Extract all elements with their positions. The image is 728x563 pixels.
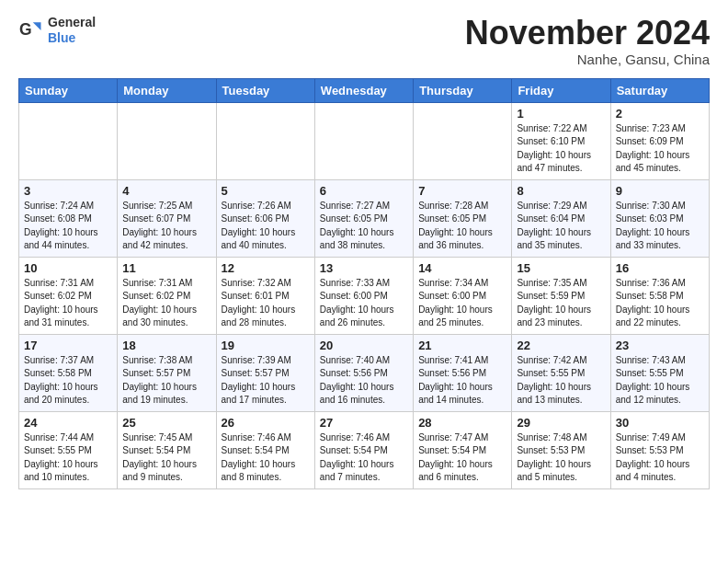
header-row: Sunday Monday Tuesday Wednesday Thursday…	[19, 78, 710, 102]
day-info: Sunrise: 7:33 AM Sunset: 6:00 PM Dayligh…	[320, 277, 408, 330]
day-number: 17	[24, 339, 112, 352]
logo-icon: G	[18, 17, 44, 43]
calendar-cell	[414, 102, 512, 179]
day-number: 18	[122, 339, 210, 352]
day-info: Sunrise: 7:40 AM Sunset: 5:56 PM Dayligh…	[320, 354, 408, 408]
calendar-cell: 28Sunrise: 7:47 AM Sunset: 5:54 PM Dayli…	[414, 411, 512, 488]
calendar-cell	[118, 102, 216, 179]
calendar-week-3: 10Sunrise: 7:31 AM Sunset: 6:02 PM Dayli…	[19, 257, 710, 334]
col-friday: Friday	[512, 78, 610, 102]
day-number: 15	[517, 261, 605, 275]
day-number: 25	[122, 416, 210, 430]
calendar-week-5: 24Sunrise: 7:44 AM Sunset: 5:55 PM Dayli…	[19, 411, 710, 488]
day-number: 1	[517, 107, 605, 121]
day-number: 11	[122, 261, 210, 275]
day-info: Sunrise: 7:41 AM Sunset: 5:56 PM Dayligh…	[418, 354, 506, 408]
logo-general: General	[48, 15, 96, 30]
day-number: 12	[222, 261, 310, 275]
calendar-cell: 20Sunrise: 7:40 AM Sunset: 5:56 PM Dayli…	[314, 334, 413, 411]
day-number: 29	[517, 416, 605, 430]
header: G General Blue November 2024 Nanhe, Gans…	[18, 15, 710, 67]
calendar-cell: 27Sunrise: 7:46 AM Sunset: 5:54 PM Dayli…	[314, 411, 413, 488]
calendar-cell: 26Sunrise: 7:46 AM Sunset: 5:54 PM Dayli…	[216, 411, 314, 488]
calendar-cell: 12Sunrise: 7:32 AM Sunset: 6:01 PM Dayli…	[216, 257, 314, 334]
calendar-cell: 15Sunrise: 7:35 AM Sunset: 5:59 PM Dayli…	[512, 257, 610, 334]
col-tuesday: Tuesday	[216, 78, 314, 102]
calendar-cell	[19, 102, 118, 179]
day-number: 20	[320, 339, 408, 352]
day-info: Sunrise: 7:29 AM Sunset: 6:04 PM Dayligh…	[517, 200, 605, 253]
calendar-cell: 10Sunrise: 7:31 AM Sunset: 6:02 PM Dayli…	[19, 257, 118, 334]
col-saturday: Saturday	[610, 78, 709, 102]
col-monday: Monday	[118, 78, 216, 102]
calendar-cell: 2Sunrise: 7:23 AM Sunset: 6:09 PM Daylig…	[610, 102, 709, 179]
day-info: Sunrise: 7:35 AM Sunset: 5:59 PM Dayligh…	[517, 277, 605, 330]
day-info: Sunrise: 7:46 AM Sunset: 5:54 PM Dayligh…	[222, 431, 310, 485]
day-number: 23	[616, 339, 704, 352]
day-info: Sunrise: 7:42 AM Sunset: 5:55 PM Dayligh…	[517, 354, 605, 408]
day-number: 24	[24, 416, 112, 430]
logo-text: General Blue	[48, 15, 96, 46]
day-number: 14	[418, 261, 506, 275]
day-number: 27	[320, 416, 408, 430]
day-info: Sunrise: 7:46 AM Sunset: 5:54 PM Dayligh…	[320, 431, 408, 485]
day-number: 22	[517, 339, 605, 352]
calendar-cell	[314, 102, 413, 179]
col-wednesday: Wednesday	[314, 78, 413, 102]
day-number: 8	[517, 184, 605, 198]
day-info: Sunrise: 7:23 AM Sunset: 6:09 PM Dayligh…	[616, 122, 704, 176]
calendar-cell: 23Sunrise: 7:43 AM Sunset: 5:55 PM Dayli…	[610, 334, 709, 411]
calendar-cell: 1Sunrise: 7:22 AM Sunset: 6:10 PM Daylig…	[512, 102, 610, 179]
calendar-cell: 16Sunrise: 7:36 AM Sunset: 5:58 PM Dayli…	[610, 257, 709, 334]
day-number: 3	[24, 184, 112, 198]
day-number: 28	[418, 416, 506, 430]
calendar-cell: 4Sunrise: 7:25 AM Sunset: 6:07 PM Daylig…	[118, 179, 216, 257]
calendar-cell: 3Sunrise: 7:24 AM Sunset: 6:08 PM Daylig…	[19, 179, 118, 257]
day-info: Sunrise: 7:39 AM Sunset: 5:57 PM Dayligh…	[222, 354, 310, 408]
day-info: Sunrise: 7:34 AM Sunset: 6:00 PM Dayligh…	[418, 277, 506, 330]
calendar-cell: 29Sunrise: 7:48 AM Sunset: 5:53 PM Dayli…	[512, 411, 610, 488]
calendar-week-4: 17Sunrise: 7:37 AM Sunset: 5:58 PM Dayli…	[19, 334, 710, 411]
day-info: Sunrise: 7:28 AM Sunset: 6:05 PM Dayligh…	[418, 200, 506, 253]
day-info: Sunrise: 7:47 AM Sunset: 5:54 PM Dayligh…	[418, 431, 506, 485]
day-info: Sunrise: 7:38 AM Sunset: 5:57 PM Dayligh…	[122, 354, 210, 408]
calendar-cell: 11Sunrise: 7:31 AM Sunset: 6:02 PM Dayli…	[118, 257, 216, 334]
calendar-cell: 8Sunrise: 7:29 AM Sunset: 6:04 PM Daylig…	[512, 179, 610, 257]
day-info: Sunrise: 7:31 AM Sunset: 6:02 PM Dayligh…	[122, 277, 210, 330]
calendar-cell: 14Sunrise: 7:34 AM Sunset: 6:00 PM Dayli…	[414, 257, 512, 334]
col-thursday: Thursday	[414, 78, 512, 102]
day-info: Sunrise: 7:30 AM Sunset: 6:03 PM Dayligh…	[616, 200, 704, 253]
logo-blue: Blue	[48, 30, 96, 46]
calendar-cell: 17Sunrise: 7:37 AM Sunset: 5:58 PM Dayli…	[19, 334, 118, 411]
day-info: Sunrise: 7:36 AM Sunset: 5:58 PM Dayligh…	[616, 277, 704, 330]
calendar-cell: 6Sunrise: 7:27 AM Sunset: 6:05 PM Daylig…	[314, 179, 413, 257]
day-number: 21	[418, 339, 506, 352]
day-number: 6	[320, 184, 408, 198]
day-info: Sunrise: 7:26 AM Sunset: 6:06 PM Dayligh…	[222, 200, 310, 253]
day-number: 13	[320, 261, 408, 275]
col-sunday: Sunday	[19, 78, 118, 102]
calendar-cell: 21Sunrise: 7:41 AM Sunset: 5:56 PM Dayli…	[414, 334, 512, 411]
day-info: Sunrise: 7:37 AM Sunset: 5:58 PM Dayligh…	[24, 354, 112, 408]
location: Nanhe, Gansu, China	[465, 52, 710, 67]
calendar-cell: 24Sunrise: 7:44 AM Sunset: 5:55 PM Dayli…	[19, 411, 118, 488]
svg-text:G: G	[19, 20, 32, 39]
calendar-cell: 18Sunrise: 7:38 AM Sunset: 5:57 PM Dayli…	[118, 334, 216, 411]
day-info: Sunrise: 7:24 AM Sunset: 6:08 PM Dayligh…	[24, 200, 112, 253]
day-number: 19	[222, 339, 310, 352]
day-number: 30	[616, 416, 704, 430]
calendar-header: Sunday Monday Tuesday Wednesday Thursday…	[19, 78, 710, 102]
day-info: Sunrise: 7:27 AM Sunset: 6:05 PM Dayligh…	[320, 200, 408, 253]
title-block: November 2024 Nanhe, Gansu, China	[465, 15, 710, 67]
calendar-cell: 7Sunrise: 7:28 AM Sunset: 6:05 PM Daylig…	[414, 179, 512, 257]
day-info: Sunrise: 7:45 AM Sunset: 5:54 PM Dayligh…	[122, 431, 210, 485]
day-info: Sunrise: 7:31 AM Sunset: 6:02 PM Dayligh…	[24, 277, 112, 330]
day-info: Sunrise: 7:48 AM Sunset: 5:53 PM Dayligh…	[517, 431, 605, 485]
calendar-week-1: 1Sunrise: 7:22 AM Sunset: 6:10 PM Daylig…	[19, 102, 710, 179]
calendar-cell: 5Sunrise: 7:26 AM Sunset: 6:06 PM Daylig…	[216, 179, 314, 257]
calendar-week-2: 3Sunrise: 7:24 AM Sunset: 6:08 PM Daylig…	[19, 179, 710, 257]
calendar-cell: 30Sunrise: 7:49 AM Sunset: 5:53 PM Dayli…	[610, 411, 709, 488]
calendar-cell: 25Sunrise: 7:45 AM Sunset: 5:54 PM Dayli…	[118, 411, 216, 488]
day-info: Sunrise: 7:44 AM Sunset: 5:55 PM Dayligh…	[24, 431, 112, 485]
logo: G General Blue	[18, 15, 96, 46]
